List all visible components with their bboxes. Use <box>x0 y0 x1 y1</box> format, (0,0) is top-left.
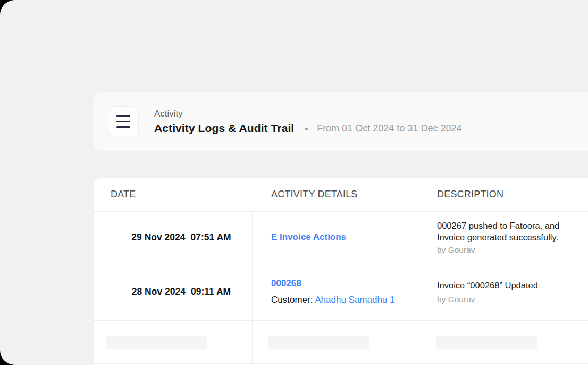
description-text: 000267 pushed to Fatoora, and <box>437 220 588 231</box>
activity-table: DATE ACTIVITY DETAILS DESCRIPTION 29 Nov… <box>94 178 588 365</box>
row-date <box>94 321 252 363</box>
menu-button[interactable] <box>108 106 139 137</box>
row-description <box>436 321 588 363</box>
customer-line: Customer: Ahadhu Samadhu 1 <box>271 295 436 305</box>
customer-link[interactable]: Ahadhu Samadhu 1 <box>315 295 394 305</box>
byline: by Gourav <box>437 295 588 304</box>
table-row: 28 Nov 2024 09:11 AM 000268 Customer: Ah… <box>94 263 588 321</box>
column-header-description: DESCRIPTION <box>436 189 588 200</box>
row-activity-details <box>252 321 436 363</box>
byline: by Gourav <box>437 245 588 255</box>
row-time: 09:11 AM <box>191 286 231 297</box>
row-time: 07:51 AM <box>191 232 231 243</box>
row-activity-details: 000268 Customer: Ahadhu Samadhu 1 <box>252 263 436 320</box>
skeleton-placeholder <box>106 336 207 349</box>
table-header-row: DATE ACTIVITY DETAILS DESCRIPTION <box>94 178 588 212</box>
table-row: 29 Nov 2024 07:51 AM E Invoice Actions 0… <box>94 212 588 263</box>
invoice-number-link[interactable]: 000268 <box>271 278 436 289</box>
page-subtitle: Activity <box>154 109 461 119</box>
table-row-loading <box>94 321 588 364</box>
e-invoice-actions-link[interactable]: E Invoice Actions <box>271 232 436 243</box>
row-description: 000267 pushed to Fatoora, and Invoice ge… <box>436 212 588 263</box>
hamburger-icon <box>116 115 130 128</box>
page-header: Activity Activity Logs & Audit Trail Fro… <box>94 92 588 151</box>
skeleton-placeholder <box>268 336 369 349</box>
row-description: Invoice “000268” Updated by Gourav <box>436 263 588 320</box>
row-activity-details: E Invoice Actions <box>252 212 436 263</box>
column-header-activity-details: ACTIVITY DETAILS <box>252 189 436 200</box>
customer-label: Customer: <box>271 295 313 305</box>
description-text: Invoice “000268” Updated <box>437 279 588 291</box>
separator-dot-icon <box>305 128 308 130</box>
app-window: Activity Activity Logs & Audit Trail Fro… <box>0 0 588 365</box>
row-date: 28 Nov 2024 09:11 AM <box>94 263 252 320</box>
date-range-label: From 01 Oct 2024 to 31 Dec 2024 <box>317 123 461 134</box>
header-text: Activity Activity Logs & Audit Trail Fro… <box>154 109 461 135</box>
description-text: Invoice generated successfully. <box>437 231 588 243</box>
column-divider <box>252 212 253 365</box>
skeleton-placeholder <box>436 336 537 349</box>
row-date: 29 Nov 2024 07:51 AM <box>94 212 252 263</box>
page-title: Activity Logs & Audit Trail <box>154 122 294 135</box>
column-header-date: DATE <box>94 189 252 200</box>
